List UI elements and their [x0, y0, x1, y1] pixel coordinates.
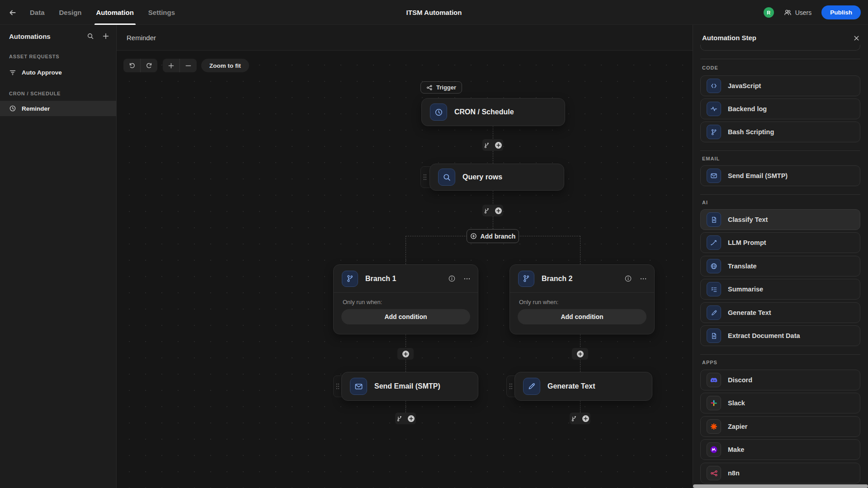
add-step-icon[interactable] — [495, 207, 502, 215]
step-option-javascript[interactable]: JavaScript — [700, 75, 860, 96]
connector-line — [580, 401, 580, 413]
add-condition-button[interactable]: Add condition — [518, 309, 646, 324]
step-option-translate[interactable]: Translate — [700, 256, 860, 277]
branch-header: Branch 2 — [510, 265, 654, 293]
minus-icon — [185, 62, 192, 69]
zoom-to-fit-button[interactable]: Zoom to fit — [201, 59, 249, 72]
branch-icon — [342, 271, 358, 287]
tab-design[interactable]: Design — [52, 0, 89, 25]
panel-scrollbar[interactable] — [693, 484, 868, 488]
filter-icon — [9, 69, 16, 76]
tab-settings[interactable]: Settings — [141, 0, 182, 25]
node-send-email[interactable]: Send Email (SMTP) — [341, 372, 478, 401]
add-step-icon[interactable] — [582, 415, 590, 422]
step-option-slack[interactable]: Slack — [700, 393, 860, 413]
node-query-rows[interactable]: Query rows — [429, 164, 564, 191]
main-tabs: Data Design Automation Settings — [23, 0, 182, 25]
zapier-logo — [707, 419, 721, 434]
redo-icon — [146, 62, 153, 69]
step-option-n8n[interactable]: n8n — [700, 463, 860, 483]
divider — [700, 150, 860, 151]
add-branch-button[interactable]: Add branch — [467, 229, 519, 243]
info-icon[interactable] — [447, 274, 456, 283]
step-option-make[interactable]: Make — [700, 439, 860, 460]
step-option-label: Classify Text — [728, 216, 768, 223]
info-icon[interactable] — [623, 274, 632, 283]
avatar[interactable]: R — [764, 7, 774, 18]
trigger-badge[interactable]: Trigger — [420, 81, 462, 94]
add-step-icon[interactable] — [407, 415, 415, 422]
code-icon — [707, 79, 721, 93]
mail-icon — [350, 378, 367, 395]
node-branch-1[interactable]: Branch 1 Only run when: Add condition — [333, 264, 478, 334]
node-cron-schedule[interactable]: CRON / Schedule — [421, 98, 565, 126]
step-option-llm-prompt[interactable]: LLM Prompt — [700, 232, 860, 253]
sidebar-item-reminder[interactable]: Reminder — [0, 101, 117, 116]
search-icon[interactable] — [86, 32, 94, 40]
undo-button[interactable] — [123, 59, 140, 72]
connector-actions — [572, 348, 588, 360]
pulse-icon — [707, 102, 721, 116]
add-branch-icon[interactable] — [484, 142, 490, 148]
make-logo — [707, 442, 721, 457]
topbar-right: R Users Publish — [764, 0, 861, 25]
step-option-generate-text[interactable]: Generate Text — [700, 302, 860, 323]
users-label: Users — [795, 9, 812, 16]
step-option-summarise[interactable]: Summarise — [700, 279, 860, 300]
search-icon — [438, 169, 455, 186]
zoom-group — [163, 59, 197, 72]
redo-button[interactable] — [141, 59, 157, 72]
zoom-out-button[interactable] — [180, 59, 197, 72]
tab-data[interactable]: Data — [23, 0, 52, 25]
node-label: Query rows — [462, 173, 502, 181]
more-menu-icon[interactable] — [639, 274, 648, 283]
more-menu-icon[interactable] — [462, 274, 472, 283]
panel-section-apps: APPS — [702, 360, 717, 365]
zoom-in-button[interactable] — [163, 59, 179, 72]
sidebar-header: Automations — [9, 30, 110, 42]
add-step-icon[interactable] — [402, 350, 410, 358]
step-option-zapier[interactable]: Zapier — [700, 416, 860, 437]
close-icon[interactable] — [852, 33, 861, 42]
add-condition-button[interactable]: Add condition — [341, 309, 470, 324]
add-branch-icon[interactable] — [396, 415, 403, 422]
add-step-icon[interactable] — [495, 141, 502, 149]
step-option-label: Send Email (SMTP) — [728, 172, 788, 179]
clock-icon — [430, 103, 447, 121]
branch-icon — [518, 271, 534, 287]
node-label: Send Email (SMTP) — [374, 382, 440, 390]
tab-automation[interactable]: Automation — [89, 0, 141, 25]
sidebar-item-label: Auto Approve — [22, 69, 62, 76]
branch-label: Branch 1 — [365, 275, 396, 283]
document-icon — [707, 328, 721, 343]
step-option-classify-text[interactable]: Classify Text — [700, 209, 860, 230]
flow-canvas[interactable]: Zoom to fit Trigger CRON / Schedule — [117, 51, 693, 488]
add-automation-icon[interactable] — [102, 32, 110, 40]
grip-dots-icon — [509, 383, 513, 389]
flow-icon — [426, 84, 433, 91]
back-button[interactable] — [6, 6, 19, 19]
connector-actions — [482, 139, 503, 151]
panel-section-email: EMAIL — [702, 156, 720, 161]
node-branch-2[interactable]: Branch 2 Only run when: Add condition — [509, 264, 655, 334]
step-option-send-email[interactable]: Send Email (SMTP) — [700, 165, 860, 186]
sidebar-section-asset-requests: ASSET REQUESTS — [9, 54, 59, 59]
node-generate-text[interactable]: Generate Text — [514, 372, 652, 401]
sidebar-item-auto-approve[interactable]: Auto Approve — [0, 65, 117, 80]
users-button[interactable]: Users — [784, 9, 812, 16]
step-option-extract-document-data[interactable]: Extract Document Data — [700, 325, 860, 346]
top-bar: Data Design Automation Settings ITSM Aut… — [0, 0, 868, 25]
connector-actions — [482, 205, 503, 216]
add-step-icon[interactable] — [576, 350, 584, 358]
add-branch-icon[interactable] — [484, 207, 490, 214]
trend-icon — [707, 235, 721, 250]
step-option-bash-scripting[interactable]: Bash Scripting — [700, 122, 860, 142]
step-option-backend-log[interactable]: Backend log — [700, 99, 860, 119]
circle-plus-icon — [470, 233, 477, 239]
step-option-discord[interactable]: Discord — [700, 370, 860, 390]
step-option-label: Bash Scripting — [728, 128, 774, 136]
publish-button[interactable]: Publish — [821, 5, 861, 19]
add-branch-icon[interactable] — [571, 415, 577, 422]
pencil-icon — [523, 378, 540, 395]
document-icon — [707, 212, 721, 227]
